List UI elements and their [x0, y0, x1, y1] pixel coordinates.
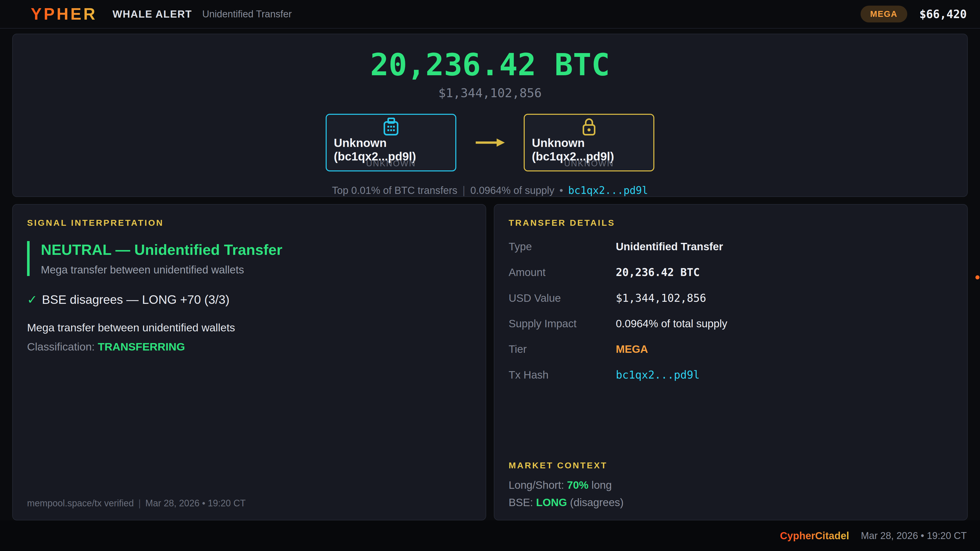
alert-subtitle: Unidentified Transfer: [202, 9, 292, 20]
signal-description: Mega transfer between unidentified walle…: [27, 321, 471, 334]
logo-text: YPHER: [30, 6, 97, 22]
content-grid: SIGNAL INTERPRETATION NEUTRAL — Unidenti…: [12, 204, 968, 520]
classification-line: Classification:TRANSFERRING: [27, 341, 471, 353]
wallet-flow: Unknown (bc1qx2...pd9l) UNKNOWN Unknown …: [326, 114, 654, 171]
top-bar: CYPHER WHALE ALERT Unidentified Transfer…: [0, 0, 980, 29]
to-wallet-name: Unknown: [532, 136, 646, 150]
from-wallet-tag: UNKNOWN: [327, 159, 455, 168]
long-short-label: Long/Short:: [509, 479, 564, 491]
from-wallet-name: Unknown: [334, 136, 448, 150]
classification-value: TRANSFERRING: [98, 341, 185, 353]
table-row: Tier MEGA: [509, 343, 953, 355]
verification-source: mempool.space/tx verified: [27, 498, 134, 509]
classification-label: Classification:: [27, 341, 95, 353]
table-row: Amount 20,236.42 BTC: [509, 266, 953, 279]
table-row: Supply Impact 0.0964% of total supply: [509, 318, 953, 330]
details-heading: TRANSFER DETAILS: [509, 218, 953, 228]
to-wallet-tag: UNKNOWN: [525, 159, 653, 168]
bse-consensus-text: BSE disagrees — LONG +70 (3/3): [42, 293, 229, 306]
row-value-supply: 0.0964% of total supply: [616, 318, 727, 330]
row-label: Amount: [509, 266, 616, 279]
table-row: USD Value $1,344,102,856: [509, 292, 953, 304]
signal-verdict-block: NEUTRAL — Unidentified Transfer Mega tra…: [27, 241, 471, 276]
transfer-amount: 20,236.42 BTC: [370, 49, 610, 80]
supply-percent: 0.0964% of supply: [470, 185, 554, 196]
signal-verdict-subtitle: Mega transfer between unidentified walle…: [41, 264, 471, 276]
row-label: Supply Impact: [509, 318, 616, 330]
top-bar-right: MEGA $66,420: [861, 6, 967, 22]
tier-badge: MEGA: [861, 6, 907, 22]
from-wallet-card[interactable]: Unknown (bc1qx2...pd9l) UNKNOWN: [326, 114, 456, 171]
bse-value: LONG: [536, 496, 567, 508]
row-label: Type: [509, 241, 616, 253]
signal-heading: SIGNAL INTERPRETATION: [27, 218, 471, 228]
long-short-suffix: long: [592, 479, 612, 491]
stats-separator: |: [463, 184, 465, 197]
bse-label: BSE:: [509, 496, 533, 508]
row-value-usd: $1,344,102,856: [616, 292, 706, 304]
row-value-tier: MEGA: [616, 343, 648, 355]
page-footer: CypherCitadel Mar 28, 2026 • 19:20 CT: [0, 520, 980, 551]
bse-consensus-line: ✓BSE disagrees — LONG +70 (3/3): [27, 292, 471, 306]
bse-suffix: (disagrees): [570, 496, 624, 508]
btc-price: $66,420: [920, 8, 967, 21]
padlock-icon: [532, 118, 646, 136]
market-heading: MARKET CONTEXT: [509, 460, 624, 470]
long-short-value: 70%: [567, 479, 589, 491]
transfer-details-panel: TRANSFER DETAILS Type Unidentified Trans…: [494, 204, 968, 520]
check-icon: ✓: [27, 293, 37, 306]
row-label: USD Value: [509, 292, 616, 304]
transfer-arrow-icon: [475, 137, 505, 148]
market-context-block: MARKET CONTEXT Long/Short: 70% long BSE:…: [509, 460, 624, 509]
keypad-lock-icon: [334, 118, 448, 136]
to-wallet-card[interactable]: Unknown (bc1qx2...pd9l) UNKNOWN: [524, 114, 654, 171]
transfer-hero-panel: 20,236.42 BTC $1,344,102,856 Unknown (bc…: [12, 34, 968, 197]
alert-type-title: WHALE ALERT: [113, 8, 192, 20]
details-rows: Type Unidentified Transfer Amount 20,236…: [509, 241, 953, 381]
verification-footer: mempool.space/tx verified | Mar 28, 2026…: [27, 498, 245, 509]
footer-timestamp: Mar 28, 2026 • 19:20 CT: [861, 530, 967, 541]
bse-line: BSE: LONG (disagrees): [509, 496, 624, 509]
logo-dot-icon: [975, 275, 980, 279]
brand-name: CypherCitadel: [780, 530, 849, 541]
transfer-rank: Top 0.01% of BTC transfers: [332, 185, 457, 196]
transfer-stats-line: Top 0.01% of BTC transfers | 0.0964% of …: [332, 184, 648, 197]
signal-interpretation-panel: SIGNAL INTERPRETATION NEUTRAL — Unidenti…: [12, 204, 486, 520]
long-short-line: Long/Short: 70% long: [509, 479, 624, 491]
verification-time: Mar 28, 2026 • 19:20 CT: [145, 498, 246, 509]
transfer-usd-value: $1,344,102,856: [438, 86, 542, 100]
tx-hash-link[interactable]: bc1qx2...pd9l: [568, 184, 648, 196]
table-row: Tx Hash bc1qx2...pd9l: [509, 368, 953, 381]
stats-bullet: •: [559, 185, 563, 196]
row-label: Tier: [509, 343, 616, 355]
row-label: Tx Hash: [509, 369, 616, 381]
row-value-amount: 20,236.42 BTC: [616, 266, 700, 279]
logo-letter-c: C: [13, 2, 32, 26]
cypher-logo: CYPHER: [13, 2, 97, 26]
row-value-txhash-link[interactable]: bc1qx2...pd9l: [616, 368, 700, 381]
footer-separator: |: [138, 498, 141, 509]
row-value-type: Unidentified Transfer: [616, 241, 723, 253]
signal-verdict-title: NEUTRAL — Unidentified Transfer: [41, 241, 471, 258]
table-row: Type Unidentified Transfer: [509, 241, 953, 253]
